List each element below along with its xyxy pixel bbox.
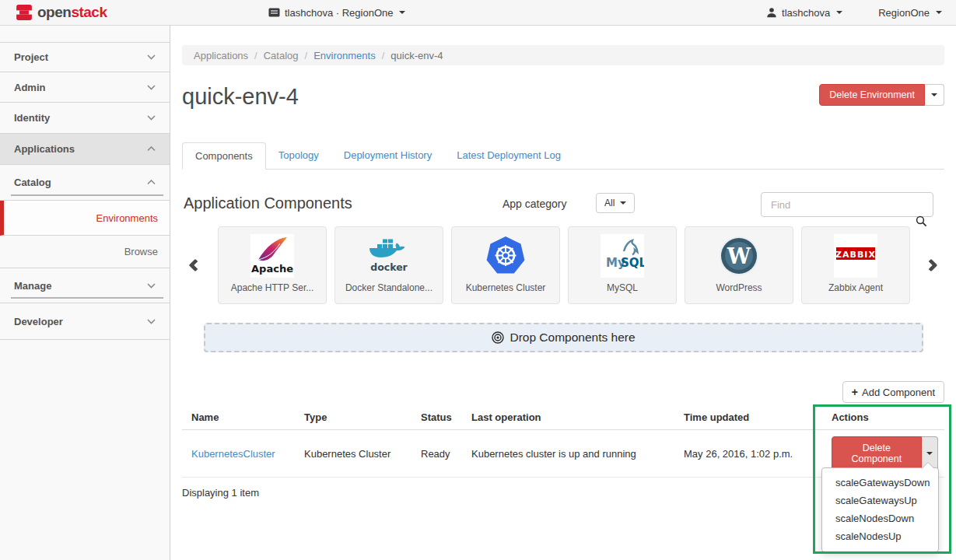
tab-deployment-history[interactable]: Deployment History (331, 142, 444, 170)
chevron-left-icon (189, 259, 202, 272)
component-tile-apache[interactable]: Apache Apache HTTP Ser... (218, 226, 327, 304)
apache-logo-icon: Apache (250, 234, 294, 278)
brand-wordmark: openstack (37, 4, 107, 21)
svg-text:ZABBIX: ZABBIX (835, 250, 876, 260)
chevron-down-icon (147, 283, 156, 289)
menu-item-scale-nodes-down[interactable]: scaleNodesDown (822, 509, 938, 527)
svg-text:SQL.: SQL. (621, 256, 644, 270)
chevron-down-icon (399, 11, 405, 14)
chevron-right-icon (925, 259, 938, 272)
breadcrumb: Applications / Catalog / Environments / … (182, 45, 944, 65)
facility-icon (268, 8, 280, 17)
topbar: openstack tlashchova · RegionOne tlashch… (0, 0, 956, 26)
manage-group-underline (11, 297, 163, 299)
region-menu-label: RegionOne (878, 7, 930, 19)
find-input[interactable] (761, 192, 933, 217)
tile-label: MySQL (607, 282, 638, 293)
add-component-button[interactable]: + Add Component (842, 381, 944, 403)
svg-text:Apache: Apache (251, 263, 293, 275)
sidebar-item-admin[interactable]: Admin (0, 72, 170, 103)
col-header-last-operation: Last operation (462, 405, 674, 430)
menu-item-scale-gateways-down[interactable]: scaleGatewaysDown (822, 474, 938, 492)
carousel-prev-button[interactable] (182, 226, 208, 304)
component-tile-kubernetes[interactable]: Kubernetes Cluster (451, 226, 560, 304)
chevron-down-icon (936, 11, 942, 14)
sidebar-item-environments[interactable]: Environments (0, 201, 170, 236)
tile-label: Apache HTTP Ser... (231, 282, 314, 293)
caret-down-icon (926, 452, 933, 455)
docker-logo-icon: docker (367, 234, 411, 278)
wordpress-logo-icon: W (717, 234, 761, 278)
tab-bar: Components Topology Deployment History L… (182, 142, 944, 170)
col-header-actions: Actions (822, 405, 944, 430)
component-name-link[interactable]: KubernetesCluster (191, 448, 275, 460)
tile-label: Docker Standalone... (345, 282, 432, 293)
component-tile-mysql[interactable]: My SQL. MySQL (568, 226, 677, 304)
target-icon (492, 331, 504, 344)
breadcrumb-applications: Applications (194, 50, 248, 61)
delete-environment-button[interactable]: Delete Environment (819, 84, 925, 106)
delete-component-button[interactable]: Delete Component (832, 436, 922, 471)
component-tile-wordpress[interactable]: W WordPress (685, 226, 793, 304)
chevron-up-icon (147, 180, 156, 185)
tile-label: WordPress (716, 282, 762, 293)
chevron-down-icon (147, 85, 156, 90)
tile-label: Kubernetes Cluster (466, 282, 546, 293)
page-title: quick-env-4 (182, 84, 299, 109)
search-icon[interactable] (916, 215, 927, 227)
breadcrumb-current: quick-env-4 (390, 50, 443, 61)
chevron-down-icon (147, 115, 156, 121)
svg-text:docker: docker (370, 261, 408, 273)
sidebar-item-catalog[interactable]: Catalog (0, 165, 170, 201)
zabbix-logo-icon: ZABBIX (834, 234, 877, 278)
tab-components[interactable]: Components (182, 142, 266, 170)
sidebar-spacer (0, 26, 170, 43)
breadcrumb-environments-link[interactable]: Environments (313, 50, 375, 61)
col-header-name: Name (182, 405, 295, 430)
tile-label: Zabbix Agent (828, 282, 883, 293)
carousel-next-button[interactable] (918, 226, 944, 304)
breadcrumb-catalog: Catalog (264, 50, 299, 61)
mysql-logo-icon: My SQL. (601, 234, 644, 278)
component-tile-zabbix[interactable]: ZABBIX Zabbix Agent (801, 226, 910, 304)
component-actions-menu: scaleGatewaysDown scaleGatewaysUp scaleN… (821, 467, 939, 552)
menu-item-scale-nodes-up[interactable]: scaleNodesUp (822, 527, 938, 545)
tab-latest-deployment-log[interactable]: Latest Deployment Log (444, 142, 573, 170)
plus-icon: + (852, 386, 858, 398)
component-type-cell: Kubernetes Cluster (295, 430, 411, 478)
kubernetes-logo-icon (484, 234, 527, 278)
app-category-filter-button[interactable]: All (596, 193, 635, 213)
caret-down-icon (620, 201, 626, 205)
user-menu[interactable]: tlashchova (766, 7, 842, 19)
col-header-time-updated: Time updated (674, 405, 822, 430)
sidebar-item-developer[interactable]: Developer (0, 303, 170, 340)
sidebar-item-applications[interactable]: Applications (0, 134, 170, 165)
component-time-updated-cell: May 26, 2016, 1:02 p.m. (674, 430, 822, 478)
breadcrumb-separator: / (305, 50, 308, 61)
region-menu[interactable]: RegionOne (878, 7, 942, 19)
sidebar-item-browse[interactable]: Browse (0, 236, 170, 268)
tab-topology[interactable]: Topology (266, 142, 331, 170)
breadcrumb-separator: / (382, 50, 385, 61)
caret-down-icon (931, 93, 937, 96)
component-tile-docker[interactable]: docker Docker Standalone... (334, 226, 443, 304)
delete-environment-caret-button[interactable] (925, 84, 944, 106)
openstack-cube-icon (16, 4, 33, 21)
app-category-value: All (604, 198, 615, 208)
sidebar-item-project[interactable]: Project (0, 43, 170, 72)
drop-components-zone[interactable]: Drop Components here (204, 323, 923, 352)
openstack-logo[interactable]: openstack (0, 4, 171, 21)
svg-text:W: W (727, 244, 751, 268)
menu-item-scale-gateways-up[interactable]: scaleGatewaysUp (822, 492, 938, 509)
user-menu-label: tlashchova (782, 7, 830, 19)
sidebar-item-manage[interactable]: Manage (0, 268, 170, 303)
chevron-down-icon (836, 11, 842, 14)
context-switcher-label: tlashchova · RegionOne (285, 7, 393, 19)
context-switcher[interactable]: tlashchova · RegionOne (268, 7, 405, 19)
drop-zone-label: Drop Components here (510, 331, 635, 345)
person-icon (766, 7, 777, 18)
component-last-operation-cell: Kubernetes cluster is up and running (462, 430, 674, 478)
breadcrumb-separator: / (254, 50, 257, 61)
sidebar-item-identity[interactable]: Identity (0, 103, 170, 134)
sidebar: Project Admin Identity Applications Cata… (0, 26, 170, 560)
